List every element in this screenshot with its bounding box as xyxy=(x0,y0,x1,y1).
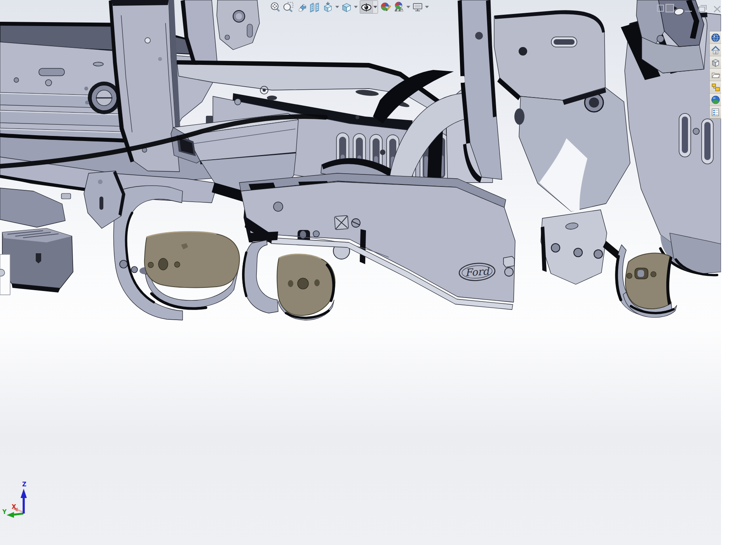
view-settings-dropdown[interactable] xyxy=(425,1,429,13)
orientation-triad: Z Y X xyxy=(0,478,43,532)
document-window-controls xyxy=(655,2,725,15)
display-style-button[interactable] xyxy=(340,1,353,13)
chevron-down-icon xyxy=(425,6,429,8)
apply-scene-dropdown[interactable] xyxy=(406,1,411,13)
library-box-icon xyxy=(711,58,720,67)
x-axis-label: X xyxy=(12,503,16,510)
display-style-dropdown[interactable] xyxy=(354,1,358,13)
task-pane-tab-appearances-scenes[interactable] xyxy=(710,94,721,106)
palette-hierarchy-icon xyxy=(711,83,720,92)
ford-logo-text: Ford xyxy=(465,265,490,279)
shaded-cube-icon xyxy=(341,1,352,13)
folder-icon xyxy=(711,70,720,80)
task-pane-tab-strip xyxy=(709,31,721,119)
appearance-sphere-icon xyxy=(711,95,720,104)
graphics-area[interactable]: Ford xyxy=(0,0,721,545)
chevron-down-icon xyxy=(335,6,339,8)
properties-form-icon xyxy=(711,108,720,117)
edit-appearance-button[interactable] xyxy=(380,1,392,13)
hide-show-items-button[interactable] xyxy=(360,1,373,13)
z-axis-label: Z xyxy=(22,481,26,488)
restore-down-icon[interactable] xyxy=(699,5,706,12)
bumper-bracket-bottom-left[interactable] xyxy=(0,188,73,295)
apply-scene-button[interactable] xyxy=(393,1,405,13)
view-settings-button[interactable] xyxy=(411,1,424,13)
scene-sphere-icon xyxy=(393,1,405,13)
y-axis-label: Y xyxy=(2,508,7,515)
section-view-button[interactable] xyxy=(308,1,321,13)
window-ghost-icon xyxy=(666,4,674,12)
zoom-to-area-button[interactable] xyxy=(282,1,294,13)
close-icon[interactable] xyxy=(714,6,720,12)
zoom-to-fit-button[interactable] xyxy=(269,1,281,13)
window-ghost-icon xyxy=(657,5,664,11)
cube-orientation-icon xyxy=(322,1,334,13)
home-icon xyxy=(711,45,720,55)
task-pane-tab-web-resources[interactable] xyxy=(710,31,721,44)
hide-show-items-dropdown[interactable] xyxy=(373,1,378,13)
latch-detail xyxy=(503,256,514,267)
model-3d-view[interactable]: Ford xyxy=(0,0,721,545)
task-pane-tab-solidworks-resources[interactable] xyxy=(710,44,721,56)
heads-up-view-toolbar xyxy=(269,0,429,14)
globe-icon xyxy=(711,33,720,42)
y-axis xyxy=(13,514,23,515)
magnifier-area-icon xyxy=(282,1,294,13)
eye-icon xyxy=(361,1,372,13)
task-pane-tab-view-palette[interactable] xyxy=(710,81,721,94)
color-sphere-pencil-icon xyxy=(380,1,392,13)
flyout-arrow-icon xyxy=(674,6,677,10)
view-orientation-button[interactable] xyxy=(322,1,334,13)
monitor-icon xyxy=(412,1,423,13)
lens-back-arrow-icon xyxy=(296,1,307,13)
z-axis-arrowhead xyxy=(21,489,27,498)
task-pane-tab-file-explorer[interactable] xyxy=(710,69,721,81)
section-cut-icon xyxy=(309,1,321,13)
body-mount-pad-center[interactable] xyxy=(277,254,335,320)
task-pane-collapsed-area[interactable] xyxy=(721,0,756,545)
chevron-down-icon xyxy=(406,6,410,8)
mount-bracket-right[interactable] xyxy=(541,210,607,284)
previous-view-button[interactable] xyxy=(295,1,308,13)
view-orientation-dropdown[interactable] xyxy=(335,1,340,13)
body-mount-pad-left[interactable] xyxy=(145,232,240,308)
chevron-down-icon xyxy=(373,6,377,8)
y-axis-arrowhead xyxy=(7,512,14,518)
application-window: Ford xyxy=(0,0,756,545)
magnifier-fit-icon xyxy=(269,1,281,13)
task-pane-tab-custom-properties[interactable] xyxy=(710,106,721,118)
chevron-down-icon xyxy=(354,6,358,8)
hide-show-items-group xyxy=(360,0,378,14)
task-pane-tab-design-library[interactable] xyxy=(710,56,721,69)
